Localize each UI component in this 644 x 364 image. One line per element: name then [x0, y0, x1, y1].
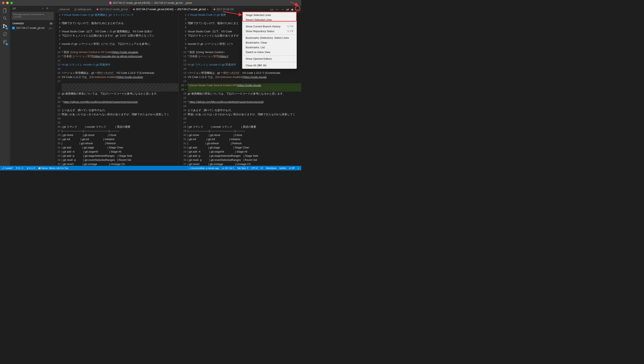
tab-diff-active[interactable]: 2017-04-17-vcode_git.md (HEAD) ↔ 2017-04…	[130, 6, 211, 13]
extensions-icon[interactable]: 5	[2, 39, 8, 45]
markdown-icon	[133, 9, 135, 10]
status-cursor[interactable]: Ln 18, Col 1	[222, 167, 234, 169]
git-sidebar: GIT ✓ ↻ ⋯ Message (press Cmd+Enter to co…	[10, 6, 56, 166]
svg-line-8	[4, 33, 6, 36]
close-window-button[interactable]	[2, 2, 4, 4]
status-bar: ⎇ master* ↻ 0↓ 1↑ ⊘ 0 ⚠ 0 📁 Memo: Memo L…	[0, 166, 301, 170]
sidebar-title: GIT	[12, 7, 16, 10]
ctx-inline-view[interactable]: Switch to Inline View	[242, 50, 296, 55]
status-textlint[interactable]: textlint	[279, 167, 286, 169]
status-tabsize[interactable]: Tab Size: 2	[237, 167, 248, 169]
changes-count: 1	[49, 22, 53, 25]
changed-file-dir: _po...	[48, 27, 54, 29]
svg-point-6	[6, 26, 7, 27]
changed-file-name: 2017-04-17-vcode_git.md	[16, 27, 44, 30]
svg-line-3	[6, 19, 6, 20]
nav-fwd-icon[interactable]: →	[281, 8, 284, 11]
editor-more-icon[interactable]: ⋯	[296, 8, 299, 12]
scm-badge: 1	[6, 27, 8, 30]
window-title: 2017-04-17-vcode_git.md (HEAD) ↔ 2017-04…	[110, 2, 192, 4]
svg-rect-9	[3, 40, 5, 42]
nav-back-icon[interactable]: ←	[276, 8, 279, 11]
maximize-window-button[interactable]	[10, 2, 13, 4]
compare-icon[interactable]: ▭	[270, 8, 273, 12]
editor-context-menu: Stage Selected Lines Revert Selected Lin…	[242, 12, 297, 69]
tab-od[interactable]: 2017-03-06-OD	[211, 6, 236, 13]
status-problems[interactable]: ⊘ 0 ⚠ 0	[27, 167, 35, 169]
json-icon: {}	[75, 8, 76, 11]
commit-check-icon[interactable]: ✓	[42, 7, 44, 10]
title-bar: 2017-04-17-vcode_git.md (HEAD) ↔ 2017-04…	[0, 0, 301, 6]
close-tab-icon[interactable]: ×	[207, 8, 208, 11]
activity-bar: 1 5	[0, 6, 10, 166]
source-control-icon[interactable]: 1	[2, 23, 8, 29]
svg-point-2	[3, 17, 6, 19]
ctx-opened-editors[interactable]: Show Opened Editors	[242, 56, 296, 61]
changed-file-row[interactable]: M 2017-04-17-vcode_git.md _po...	[10, 26, 56, 30]
refresh-icon[interactable]: ↻	[46, 7, 48, 10]
ctx-close-all[interactable]: Close All (⌘K W)	[242, 63, 296, 68]
diff-left-pane[interactable]: 1234567891011121314151617181920212223242…	[56, 13, 178, 166]
svg-rect-11	[3, 42, 5, 44]
tab-cheat[interactable]: _cheat.md	[56, 6, 72, 13]
markdown-icon	[214, 9, 215, 10]
svg-rect-10	[5, 40, 6, 42]
ext-badge: 5	[6, 43, 8, 45]
ctx-bookmark-list[interactable]: Bookmarks: List	[242, 45, 296, 50]
status-encoding[interactable]: UTF-8	[251, 167, 258, 169]
ctx-stage-selected[interactable]: Stage Selected Lines	[242, 13, 296, 18]
ctx-revert-selected[interactable]: Revert Selected Lines	[242, 18, 296, 22]
status-branch[interactable]: ⎇ master*	[2, 167, 13, 169]
file-explorer-icon[interactable]	[2, 8, 8, 13]
ctx-repo-status[interactable]: Show Repository Status⌥⇧S	[242, 29, 296, 34]
ctx-branch-history[interactable]: Show Current Branch History⌥⇧H	[242, 24, 296, 29]
tab-settings[interactable]: {}settings.json	[72, 6, 94, 13]
svg-point-4	[3, 25, 4, 26]
more-icon[interactable]: ⋯	[51, 7, 53, 10]
status-eol[interactable]: LF	[260, 167, 263, 169]
whitespace-icon[interactable]: ◈	[291, 8, 294, 12]
search-icon[interactable]	[2, 15, 8, 21]
status-off[interactable]: ⊘ Off	[289, 167, 294, 169]
tab-vcode-git[interactable]: 2017-04-17-vcode_git.md	[94, 6, 130, 13]
commit-message-input[interactable]: Message (press Cmd+Enter to commit)	[12, 12, 54, 20]
svg-point-5	[3, 27, 4, 28]
modified-badge: M	[12, 27, 15, 30]
status-sync[interactable]: ↻ 0↓ 1↑	[16, 167, 24, 169]
ctx-bookmark-clear[interactable]: Bookmarks: Clear	[242, 40, 296, 45]
status-memo[interactable]: 📁 Memo: Memo Life For You	[38, 167, 68, 169]
no-bug-icon[interactable]	[2, 31, 8, 37]
status-language[interactable]: Markdown	[266, 167, 277, 169]
changes-heading: CHANGES	[12, 22, 24, 25]
minimize-window-button[interactable]	[6, 2, 9, 4]
markdown-icon	[97, 9, 98, 10]
ctx-bookmark-select[interactable]: Bookmarks (Selection): Select Lines	[242, 36, 296, 40]
window-controls	[2, 2, 13, 4]
open-changes-icon[interactable]: ⇄	[286, 8, 289, 12]
status-feedback-icon[interactable]: ☺	[297, 167, 300, 169]
status-commit[interactable]: ⊸ Uncommitted, a minute ago	[188, 167, 219, 169]
svg-rect-1	[3, 9, 6, 13]
